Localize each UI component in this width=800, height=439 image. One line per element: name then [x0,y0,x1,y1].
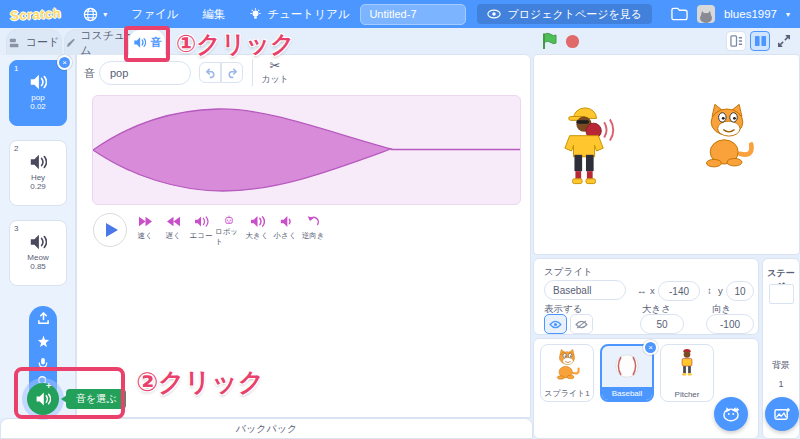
tab-code[interactable]: コード [6,29,62,55]
sprite-thumbnail-sprite1[interactable]: スプライト1 [540,344,594,402]
backdrop-thumbnail[interactable] [769,284,794,304]
sound-item-hey[interactable]: 2 Hey 0.29 [9,140,67,206]
effect-softer-button[interactable]: 小さく [271,215,299,247]
sound-item-meow[interactable]: 3 Meow 0.85 [9,220,67,286]
backdrop-label: 背景 [763,359,799,372]
surprise-star-icon [37,335,50,348]
sound-duration: 0.85 [10,262,66,271]
surprise-sound-button[interactable] [29,331,57,351]
add-sprite-cat-icon [722,406,740,422]
stage-backdrop-panel[interactable]: ステージ 背景 1 [762,258,800,439]
play-icon [106,223,118,237]
add-sprite-button[interactable] [714,397,748,431]
divider [252,59,253,86]
sound-name: pop [10,93,66,102]
sound-name-label: 音 [84,66,95,81]
hide-sprite-button[interactable] [570,314,593,334]
sprite-name-input[interactable] [544,280,626,300]
eye-icon [549,320,562,329]
sound-name-input[interactable] [99,61,191,85]
robot-icon [222,215,236,224]
scissors-icon: ✂ [270,58,281,73]
fast-forward-icon [138,215,153,228]
code-blocks-icon [9,37,21,49]
avatar[interactable] [697,5,715,23]
sprite-list-panel: スプライト1 Baseball × Pitcher [533,338,759,439]
sound-duration: 0.29 [10,182,66,191]
undo-icon [204,66,217,79]
chevron-down-icon: ▾ [103,10,107,19]
direction-input[interactable] [706,314,754,334]
effect-echo-button[interactable]: エコー [187,215,215,247]
large-stage-button[interactable] [750,31,770,51]
x-position-input[interactable] [658,281,700,301]
stage-sprite-baseball[interactable] [554,105,616,197]
sprite-thumbnail-pitcher[interactable]: Pitcher [660,344,714,402]
effect-robot-button[interactable]: ロボット [215,215,243,247]
waveform-graphic [93,96,520,204]
eye-slash-icon [575,320,588,329]
account-chevron-icon[interactable]: ▾ [786,10,790,19]
louder-icon [250,215,265,228]
menu-edit[interactable]: 編集 [190,0,237,28]
language-selector[interactable]: ▾ [71,0,119,28]
delete-sprite-button[interactable]: × [643,340,658,355]
sound-name: Hey [10,173,66,182]
speaker-icon [29,233,47,251]
softer-icon [278,215,293,228]
small-stage-button[interactable] [726,31,746,51]
stop-button[interactable] [565,34,580,49]
undo-button[interactable] [199,62,221,83]
menu-file[interactable]: ファイル [119,0,190,28]
fullscreen-button[interactable] [774,31,794,51]
sprite-label: スプライト [544,266,593,279]
see-project-page-button[interactable]: プロジェクトページを見る [477,4,652,24]
backpack-bar[interactable]: バックパック [0,418,533,439]
username[interactable]: blues1997 [724,8,777,20]
speaker-icon [29,73,47,91]
green-flag-button[interactable] [540,32,558,50]
play-sound-button[interactable] [93,213,127,247]
y-position-input[interactable] [726,281,754,301]
sound-name: Meow [10,253,66,262]
redo-button[interactable] [221,62,243,83]
speaker-icon [29,153,47,171]
small-stage-icon [730,35,743,47]
sound-duration: 0.02 [10,102,66,111]
pitcher-thumbnail-image [676,347,698,383]
echo-icon [194,215,209,228]
close-icon: × [648,343,653,352]
folder-icon[interactable] [671,7,688,21]
delete-sound-button[interactable]: × [57,55,72,70]
upload-icon [37,312,50,325]
annotation-rect-choose-sound [14,367,125,419]
scratch-logo[interactable]: Scratch [10,5,62,23]
cut-button[interactable]: ✂ カット [259,58,291,90]
baseball-thumbnail-image [612,351,642,381]
reverse-icon [306,215,320,228]
effect-faster-button[interactable]: 速く [131,215,159,247]
project-name-input[interactable] [361,5,465,24]
effect-reverse-button[interactable]: 逆向き [299,215,327,247]
effect-slower-button[interactable]: 遅く [159,215,187,247]
size-input[interactable] [640,314,684,334]
backdrop-count: 1 [763,379,799,389]
rewind-icon [166,215,181,228]
waveform-display[interactable] [92,95,521,205]
menu-tutorials[interactable]: チュートリアル [237,0,361,28]
tutorials-lamp-icon [249,8,262,21]
add-backdrop-button[interactable] [765,397,799,431]
redo-icon [226,66,239,79]
large-stage-icon [754,35,767,47]
x-arrows-icon: ↔ [637,285,647,296]
upload-sound-button[interactable] [29,308,57,328]
sprite-thumbnail-baseball[interactable]: Baseball × [600,344,654,402]
stage-sprite-cat[interactable] [699,103,755,171]
sound-item-pop[interactable]: 1 pop 0.02 × [9,60,67,126]
annotation-step2: ②クリック [136,365,264,400]
show-sprite-button[interactable] [544,314,567,334]
x-label: x [650,285,655,296]
fullscreen-icon [777,34,791,48]
effect-louder-button[interactable]: 大きく [243,215,271,247]
stage-header [533,28,800,54]
